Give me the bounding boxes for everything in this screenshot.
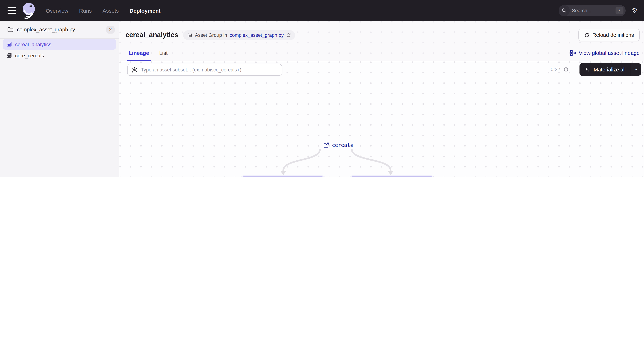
refresh-timer: 0:22 [551, 67, 560, 72]
asset-group-badge: Asset Group in complex_asset_graph.py [183, 30, 295, 40]
nav-link-assets[interactable]: Assets [102, 8, 119, 14]
external-link-icon [323, 142, 329, 148]
search-shortcut-badge: / [616, 7, 624, 14]
refresh-icon[interactable] [564, 67, 569, 72]
sidebar-item-label: core_cereals [15, 53, 44, 58]
sparkles-icon [585, 67, 590, 72]
page-header: cereal_analytics Asset Group in complex_… [119, 21, 644, 61]
view-global-asset-lineage-link[interactable]: View global asset lineage [570, 50, 640, 56]
search-input[interactable] [570, 8, 616, 14]
global-search[interactable]: / [558, 5, 626, 16]
app-window: Overview Runs Assets Deployment / ⚙ comp… [0, 0, 644, 177]
refresh-icon [584, 32, 590, 38]
topnav-right: / ⚙ [558, 5, 638, 16]
asset-node-nabisco-cereals[interactable]: nabisco_cereals Cereals manufactured by … [350, 176, 434, 177]
nav-link-overview[interactable]: Overview [46, 8, 68, 14]
asset-group-icon [188, 33, 192, 38]
nav-links: Overview Runs Assets Deployment [46, 8, 160, 14]
asset-subset-filter[interactable] [127, 64, 282, 76]
search-icon [558, 5, 570, 16]
chevron-down-icon[interactable]: ▾ [631, 67, 641, 72]
sidebar-item-core-cereals[interactable]: core_cereals [3, 50, 116, 61]
nav-link-runs[interactable]: Runs [79, 8, 92, 14]
asset-node-cereal-protein-fractions[interactable]: cereal_protein_fractions For each cereal… [241, 176, 325, 177]
tab-lineage[interactable]: Lineage [129, 45, 149, 61]
lineage-graph-icon [570, 50, 576, 56]
page-title: cereal_analytics [126, 31, 178, 39]
asset-count-badge: 2 [106, 26, 114, 33]
dagster-logo-icon[interactable] [21, 2, 37, 19]
sidebar-file-name: complex_asset_graph.py [17, 27, 75, 33]
asset-group-file-link[interactable]: complex_asset_graph.py [230, 32, 284, 38]
sidebar-item-cereal-analytics[interactable]: cereal_analytics [3, 39, 116, 50]
hamburger-menu-icon[interactable] [8, 7, 16, 14]
gear-icon[interactable]: ⚙ [632, 7, 638, 14]
tabs-row: Lineage List View global asset lineage [119, 45, 644, 61]
sidebar: complex_asset_graph.py 2 cereal_analytic… [0, 21, 119, 177]
asset-graph-filter-icon [131, 67, 137, 73]
sidebar-item-label: cereal_analytics [15, 41, 51, 47]
asset-group-badge-text: Asset Group in [195, 32, 227, 38]
sidebar-file-header[interactable]: complex_asset_graph.py 2 [0, 21, 119, 39]
materialize-toolbar: 0:22 Materialize all ▾ [551, 63, 641, 76]
refresh-icon[interactable] [286, 33, 291, 37]
lineage-canvas[interactable]: 0:22 Materialize all ▾ [119, 61, 644, 177]
reload-definitions-button[interactable]: Reload definitions [578, 29, 640, 41]
materialize-all-button[interactable]: Materialize all ▾ [580, 63, 641, 76]
asset-group-icon [6, 42, 12, 47]
asset-subset-input[interactable] [140, 67, 278, 73]
tab-list[interactable]: List [159, 45, 168, 61]
folder-icon [8, 27, 13, 32]
source-asset-cereals[interactable]: cereals [323, 142, 353, 148]
main-content: cereal_analytics Asset Group in complex_… [119, 21, 644, 177]
top-navigation: Overview Runs Assets Deployment / ⚙ [0, 0, 644, 21]
nav-link-deployment[interactable]: Deployment [130, 8, 160, 14]
asset-group-icon [6, 53, 12, 58]
lineage-edges [119, 61, 644, 177]
